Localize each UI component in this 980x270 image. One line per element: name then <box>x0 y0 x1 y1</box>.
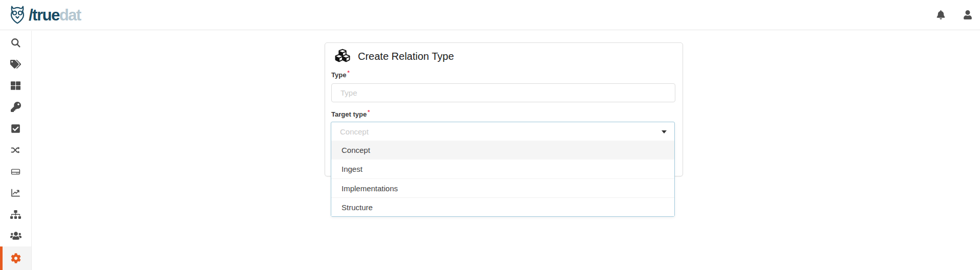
dropdown-option-concept[interactable]: Concept <box>331 141 674 160</box>
search-icon <box>10 37 21 48</box>
sidebar-item-key[interactable] <box>0 96 31 118</box>
sidebar-item-grid[interactable] <box>0 75 31 96</box>
logo-true: /true <box>29 6 59 24</box>
sidebar-item-tags[interactable] <box>0 53 31 75</box>
sidebar <box>0 31 32 270</box>
required-asterisk: * <box>347 70 349 76</box>
tags-icon <box>10 59 21 69</box>
target-type-options: Concept Ingest Implementations Structure <box>331 141 674 216</box>
sidebar-item-check-square[interactable] <box>0 118 31 139</box>
sitemap-icon <box>10 210 21 219</box>
drawer-icon <box>10 167 21 176</box>
owl-logo-icon <box>7 5 29 25</box>
app: /truedat <box>0 0 980 270</box>
sidebar-item-sitemap[interactable] <box>0 204 31 225</box>
sidebar-item-shuffle[interactable] <box>0 139 31 161</box>
type-input[interactable] <box>331 83 675 102</box>
header-actions <box>936 0 972 30</box>
check-square-icon <box>11 124 20 133</box>
user-icon[interactable] <box>963 10 972 19</box>
dropdown-option-structure[interactable]: Structure <box>331 197 674 216</box>
gear-icon <box>11 253 21 263</box>
cubes-icon <box>334 48 351 65</box>
shuffle-icon <box>10 145 21 155</box>
sidebar-item-settings[interactable] <box>0 246 31 270</box>
grid-icon <box>11 81 20 91</box>
type-field-label: Type* <box>331 70 350 79</box>
card-header: Create Relation Type <box>334 48 454 65</box>
target-type-select[interactable]: Concept <box>331 122 674 141</box>
caret-down-icon <box>662 130 667 133</box>
dropdown-option-ingest[interactable]: Ingest <box>331 160 674 178</box>
key-icon <box>11 102 21 112</box>
users-icon <box>10 231 22 240</box>
truedat-logo[interactable]: /truedat <box>7 5 81 25</box>
target-type-field-label: Target type* <box>331 109 370 118</box>
sidebar-item-search[interactable] <box>0 32 31 53</box>
sidebar-item-chart-line[interactable] <box>0 182 31 204</box>
logo-wordmark: /truedat <box>29 7 81 23</box>
sidebar-item-users[interactable] <box>0 225 31 246</box>
dropdown-option-implementations[interactable]: Implementations <box>331 178 674 197</box>
select-placeholder: Concept <box>340 127 369 136</box>
sidebar-item-drawer[interactable] <box>0 161 31 182</box>
required-asterisk: * <box>368 109 370 115</box>
top-header: /truedat <box>0 0 980 30</box>
logo-dat: dat <box>59 6 81 24</box>
bell-icon[interactable] <box>936 10 945 19</box>
page-title: Create Relation Type <box>358 51 454 62</box>
target-type-dropdown: Concept Concept Ingest Implementations S… <box>331 122 675 217</box>
chart-line-icon <box>10 188 21 198</box>
